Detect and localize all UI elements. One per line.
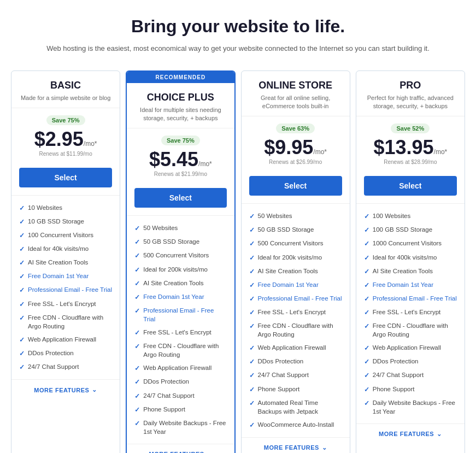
plan-name-online-store: ONLINE STORE bbox=[249, 80, 342, 91]
feature-link-pro-6[interactable]: Professional Email - Free Trial bbox=[373, 294, 457, 303]
price-renews-choice-plus: Renews at $21.99/mo bbox=[134, 171, 226, 177]
feature-item-online-store-3: Ideal for 200k visits/mo bbox=[249, 251, 342, 264]
plan-card-basic: BASIC Made for a simple website or blog … bbox=[11, 70, 120, 454]
feature-item-basic-0: 10 Websites bbox=[19, 201, 112, 215]
feature-item-online-store-9: Web Application Firewall bbox=[249, 341, 342, 355]
plan-name-pro: PRO bbox=[364, 80, 457, 91]
feature-item-pro-5: Free Domain 1st Year bbox=[364, 278, 457, 292]
plan-card-choice-plus: RECOMMENDED CHOICE PLUS Ideal for multip… bbox=[126, 70, 235, 454]
feature-item-pro-1: 100 GB SSD Storage bbox=[364, 223, 457, 237]
page-title: Bring your website to life. bbox=[11, 16, 465, 37]
feature-item-basic-4: AI Site Creation Tools bbox=[19, 256, 112, 269]
feature-item-basic-7: Free SSL - Let's Encrypt bbox=[19, 297, 112, 311]
feature-item-choice-plus-12: Phone Support bbox=[134, 403, 226, 416]
feature-link-basic-6[interactable]: Professional Email - Free Trial bbox=[28, 285, 112, 294]
chevron-down-icon-online-store: ⌄ bbox=[322, 444, 327, 451]
feature-item-pro-3: Ideal for 400k visits/mo bbox=[364, 251, 457, 264]
feature-item-online-store-0: 50 Websites bbox=[249, 209, 342, 223]
features-list-pro: 100 Websites100 GB SSD Storage1000 Concu… bbox=[356, 203, 465, 423]
recommended-badge: RECOMMENDED bbox=[127, 72, 234, 83]
plan-pricing-choice-plus: Save 75% $5.45/mo* Renews at $21.99/mo bbox=[127, 128, 234, 183]
feature-item-basic-2: 100 Concurrent Visitors bbox=[19, 228, 112, 242]
more-features-label-basic: MORE FEATURES bbox=[34, 387, 89, 393]
feature-link-choice-plus-6[interactable]: Professional Email - Free Trial bbox=[143, 306, 226, 323]
feature-item-basic-6: Professional Email - Free Trial bbox=[19, 283, 112, 297]
price-suffix-basic: /mo* bbox=[84, 140, 97, 148]
feature-link-online-store-6[interactable]: Professional Email - Free Trial bbox=[258, 294, 342, 303]
feature-item-pro-2: 1000 Concurrent Visitors bbox=[364, 237, 457, 250]
feature-item-online-store-1: 50 GB SSD Storage bbox=[249, 223, 342, 237]
feature-item-online-store-2: 500 Concurrent Visitors bbox=[249, 237, 342, 250]
feature-item-pro-13: Daily Website Backups - Free 1st Year bbox=[364, 396, 457, 418]
price-main-basic: $2.95 bbox=[34, 130, 84, 149]
select-button-choice-plus[interactable]: Select bbox=[134, 188, 226, 208]
feature-item-choice-plus-13: Daily Website Backups - Free 1st Year bbox=[134, 416, 226, 438]
feature-link-basic-5[interactable]: Free Domain 1st Year bbox=[28, 272, 89, 280]
feature-item-basic-10: DDos Protection bbox=[19, 346, 112, 360]
more-features-label-pro: MORE FEATURES bbox=[379, 431, 434, 437]
feature-link-pro-5[interactable]: Free Domain 1st Year bbox=[373, 280, 433, 289]
plan-card-online-store: ONLINE STORE Great for all online sellin… bbox=[241, 70, 350, 454]
feature-item-online-store-4: AI Site Creation Tools bbox=[249, 264, 342, 278]
feature-item-pro-9: Web Application Firewall bbox=[364, 341, 457, 355]
feature-item-pro-12: Phone Support bbox=[364, 383, 457, 396]
select-button-online-store[interactable]: Select bbox=[249, 176, 342, 196]
select-button-basic[interactable]: Select bbox=[19, 168, 112, 187]
feature-item-pro-11: 24/7 Chat Support bbox=[364, 368, 457, 382]
plan-desc-online-store: Great for all online selling, eCommerce … bbox=[249, 94, 342, 111]
more-features-online-store[interactable]: MORE FEATURES ⌄ bbox=[242, 437, 350, 453]
feature-item-choice-plus-0: 50 Websites bbox=[134, 221, 226, 235]
feature-item-choice-plus-8: Free CDN - Cloudflare with Argo Routing bbox=[134, 339, 226, 361]
feature-item-online-store-12: Phone Support bbox=[249, 383, 342, 396]
feature-item-online-store-8: Free CDN - Cloudflare with Argo Routing bbox=[249, 319, 342, 341]
feature-item-basic-3: Ideal for 40k visits/mo bbox=[19, 242, 112, 256]
feature-item-online-store-6: Professional Email - Free Trial bbox=[249, 292, 342, 305]
select-button-pro[interactable]: Select bbox=[364, 176, 457, 196]
more-features-label-online-store: MORE FEATURES bbox=[264, 444, 319, 451]
feature-item-choice-plus-4: AI Site Creation Tools bbox=[134, 276, 226, 290]
price-main-pro: $13.95 bbox=[373, 138, 433, 157]
feature-item-basic-8: Free CDN - Cloudflare with Argo Routing bbox=[19, 311, 112, 333]
feature-link-online-store-5[interactable]: Free Domain 1st Year bbox=[258, 280, 319, 289]
feature-item-choice-plus-1: 50 GB SSD Storage bbox=[134, 235, 226, 249]
page-wrapper: Bring your website to life. Web hosting … bbox=[0, 0, 476, 453]
save-badge-pro: Save 52% bbox=[391, 123, 430, 133]
chevron-down-icon-basic: ⌄ bbox=[92, 386, 97, 393]
feature-item-online-store-7: Free SSL - Let's Encrypt bbox=[249, 305, 342, 319]
chevron-down-icon-choice-plus: ⌄ bbox=[207, 451, 213, 453]
more-features-basic[interactable]: MORE FEATURES ⌄ bbox=[11, 379, 120, 400]
plan-desc-choice-plus: Ideal for multiple sites needing storage… bbox=[134, 106, 226, 123]
feature-item-choice-plus-6: Professional Email - Free Trial bbox=[134, 304, 226, 326]
feature-item-online-store-11: 24/7 Chat Support bbox=[249, 368, 342, 382]
feature-item-basic-5: Free Domain 1st Year bbox=[19, 269, 112, 283]
plan-header-basic: BASIC Made for a simple website or blog bbox=[11, 71, 120, 108]
price-row-choice-plus: $5.45/mo* bbox=[134, 150, 226, 169]
more-features-pro[interactable]: MORE FEATURES ⌄ bbox=[356, 423, 465, 444]
plans-grid: BASIC Made for a simple website or blog … bbox=[11, 70, 465, 454]
feature-item-choice-plus-7: Free SSL - Let's Encrypt bbox=[134, 326, 226, 339]
feature-item-online-store-14: WooCommerce Auto-Install bbox=[249, 418, 342, 432]
feature-link-choice-plus-5[interactable]: Free Domain 1st Year bbox=[143, 292, 204, 301]
save-badge-online-store: Save 63% bbox=[276, 123, 315, 133]
feature-item-choice-plus-10: DDos Protection bbox=[134, 375, 226, 389]
feature-item-basic-11: 24/7 Chat Support bbox=[19, 360, 112, 374]
feature-item-pro-8: Free CDN - Cloudflare with Argo Routing bbox=[364, 319, 457, 341]
more-features-choice-plus[interactable]: MORE FEATURES ⌄ bbox=[127, 444, 234, 453]
feature-item-choice-plus-11: 24/7 Chat Support bbox=[134, 389, 226, 403]
feature-item-basic-9: Web Application Firewall bbox=[19, 333, 112, 346]
price-main-choice-plus: $5.45 bbox=[149, 150, 198, 169]
features-list-choice-plus: 50 Websites50 GB SSD Storage500 Concurre… bbox=[127, 215, 234, 444]
price-row-basic: $2.95/mo* bbox=[19, 130, 112, 149]
price-renews-online-store: Renews at $26.99/mo bbox=[249, 159, 342, 165]
feature-item-online-store-5: Free Domain 1st Year bbox=[249, 278, 342, 292]
price-suffix-pro: /mo* bbox=[434, 148, 448, 156]
feature-item-pro-4: AI Site Creation Tools bbox=[364, 264, 457, 278]
feature-item-pro-0: 100 Websites bbox=[364, 209, 457, 223]
feature-item-basic-1: 10 GB SSD Storage bbox=[19, 215, 112, 228]
price-renews-basic: Renews at $11.99/mo bbox=[19, 151, 112, 157]
page-subtitle: Web hosting is the easiest, most economi… bbox=[11, 43, 465, 54]
feature-item-pro-7: Free SSL - Let's Encrypt bbox=[364, 305, 457, 319]
plan-pricing-online-store: Save 63% $9.95/mo* Renews at $26.99/mo bbox=[242, 116, 350, 170]
features-list-basic: 10 Websites10 GB SSD Storage100 Concurre… bbox=[11, 195, 120, 379]
plan-name-choice-plus: CHOICE PLUS bbox=[134, 92, 226, 103]
